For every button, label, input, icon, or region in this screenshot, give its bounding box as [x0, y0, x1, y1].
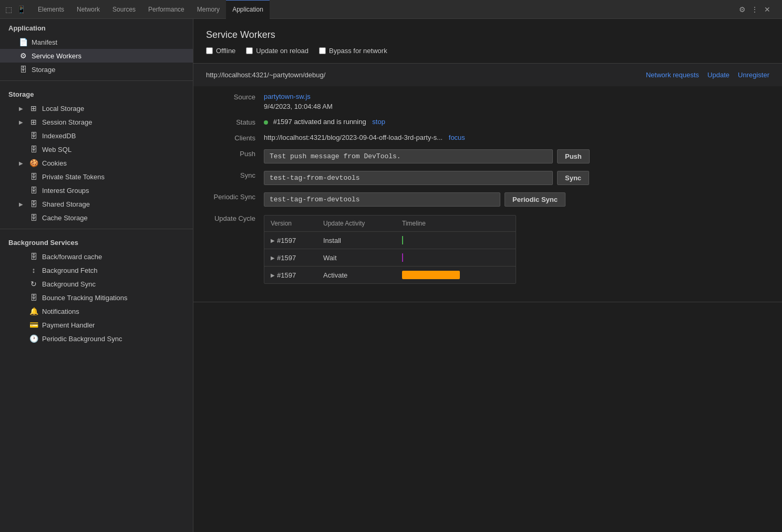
bg-sync-icon: ↻: [29, 280, 38, 288]
timeline-col-header: Timeline: [402, 220, 509, 227]
sidebar-label-private-state-tokens: Private State Tokens: [42, 173, 105, 181]
periodic-sync-input-row: Periodic Sync: [264, 192, 769, 207]
sidebar-item-bounce-tracking[interactable]: 🗄 Bounce Tracking Mitigations: [0, 291, 193, 304]
bypass-for-network-checkbox-label[interactable]: Bypass for network: [319, 47, 387, 55]
bypass-for-network-checkbox[interactable]: [319, 47, 326, 54]
sidebar-label-storage: Storage: [32, 66, 56, 74]
sidebar-item-manifest[interactable]: 📄 Manifest: [0, 35, 193, 49]
install-version-cell: ▶ #1597: [271, 237, 323, 244]
sidebar-item-cookies[interactable]: ▶ 🍪 Cookies: [0, 156, 193, 170]
clients-row: Clients http://localhost:4321/blog/2023-…: [206, 134, 769, 142]
sidebar-item-back-forward-cache[interactable]: 🗄 Back/forward cache: [0, 250, 193, 263]
cookies-arrow: ▶: [19, 160, 25, 166]
sidebar-item-web-sql[interactable]: 🗄 Web SQL: [0, 142, 193, 156]
focus-link[interactable]: focus: [449, 134, 465, 141]
tab-memory[interactable]: Memory: [191, 0, 226, 19]
network-requests-link[interactable]: Network requests: [646, 71, 699, 79]
tab-elements[interactable]: Elements: [32, 0, 70, 19]
divider-1: [0, 80, 193, 81]
sidebar-item-shared-storage[interactable]: ▶ 🗄 Shared Storage: [0, 197, 193, 211]
cache-storage-icon: 🗄: [29, 213, 38, 222]
shared-storage-icon: 🗄: [29, 200, 38, 208]
sync-input[interactable]: [264, 171, 553, 185]
session-storage-icon: ⊞: [29, 118, 38, 126]
sidebar-item-interest-groups[interactable]: 🗄 Interest Groups: [0, 183, 193, 197]
periodic-sync-input[interactable]: [264, 192, 500, 207]
update-link[interactable]: Update: [707, 71, 729, 79]
sidebar-label-background-sync: Background Sync: [42, 280, 96, 288]
sidebar-item-private-state-tokens[interactable]: 🗄 Private State Tokens: [0, 170, 193, 183]
interest-groups-icon: 🗄: [29, 186, 38, 195]
sidebar-label-shared-storage: Shared Storage: [42, 200, 90, 208]
tab-network[interactable]: Network: [70, 0, 106, 19]
tab-performance[interactable]: Performance: [142, 0, 191, 19]
sidebar-label-service-workers: Service Workers: [32, 52, 81, 60]
tab-sources[interactable]: Sources: [106, 0, 142, 19]
bounce-icon: 🗄: [29, 293, 38, 302]
sidebar-label-periodic-background-sync: Periodic Background Sync: [42, 335, 122, 343]
settings-icon[interactable]: ⚙: [738, 5, 746, 14]
device-icon[interactable]: 📱: [17, 5, 25, 14]
offline-label-text: Offline: [216, 47, 235, 55]
install-timeline-bar: [402, 236, 403, 244]
offline-checkbox-label[interactable]: Offline: [206, 47, 235, 55]
sidebar-item-storage[interactable]: 🗄 Storage: [0, 63, 193, 76]
shared-storage-arrow: ▶: [19, 201, 25, 207]
update-on-reload-checkbox[interactable]: [246, 47, 253, 54]
tab-application[interactable]: Application: [226, 0, 270, 19]
content-area: Service Workers Offline Update on reload…: [193, 19, 782, 532]
sidebar-item-local-storage[interactable]: ▶ ⊞ Local Storage: [0, 101, 193, 115]
update-on-reload-checkbox-label[interactable]: Update on reload: [246, 47, 308, 55]
sidebar-item-background-fetch[interactable]: ↕ Background Fetch: [0, 263, 193, 277]
periodic-sync-button[interactable]: Periodic Sync: [505, 192, 565, 207]
sidebar-item-notifications[interactable]: 🔔 Notifications: [0, 304, 193, 318]
status-text: #1597 activated and is running: [273, 118, 366, 126]
activate-arrow[interactable]: ▶: [271, 272, 275, 278]
wait-version-cell: ▶ #1597: [271, 254, 323, 262]
status-label: Status: [206, 118, 264, 126]
notifications-icon: 🔔: [29, 307, 38, 315]
sidebar-item-background-sync[interactable]: ↻ Background Sync: [0, 277, 193, 291]
toolbar-icons: ⬚ 📱: [4, 5, 25, 14]
push-value: Push: [264, 149, 769, 163]
push-input[interactable]: [264, 149, 553, 163]
wait-arrow[interactable]: ▶: [271, 255, 275, 261]
sidebar-section-storage: Storage: [0, 85, 193, 101]
sidebar: Application 📄 Manifest ⚙ Service Workers…: [0, 19, 193, 532]
push-button[interactable]: Push: [557, 149, 590, 163]
sidebar-item-periodic-background-sync[interactable]: 🕐 Periodic Background Sync: [0, 332, 193, 345]
offline-checkbox[interactable]: [206, 47, 213, 54]
sidebar-item-service-workers[interactable]: ⚙ Service Workers: [0, 49, 193, 63]
close-icon[interactable]: ✕: [763, 5, 771, 14]
sidebar-label-notifications: Notifications: [42, 308, 79, 315]
sync-value: Sync: [264, 171, 769, 185]
install-arrow[interactable]: ▶: [271, 238, 275, 243]
payment-icon: 💳: [29, 321, 38, 329]
unregister-link[interactable]: Unregister: [738, 71, 769, 79]
source-file-link[interactable]: partytown-sw.js: [264, 93, 311, 100]
indexeddb-icon: 🗄: [29, 131, 38, 140]
install-timeline: [402, 236, 509, 244]
update-on-reload-label-text: Update on reload: [256, 47, 308, 55]
cookies-icon: 🍪: [29, 159, 38, 167]
more-icon[interactable]: ⋮: [750, 5, 759, 14]
activate-activity: Activate: [323, 271, 402, 279]
inspect-icon[interactable]: ⬚: [4, 5, 13, 14]
stop-link[interactable]: stop: [372, 118, 385, 126]
sync-button[interactable]: Sync: [557, 171, 589, 185]
sidebar-label-web-sql: Web SQL: [42, 146, 71, 154]
sw-actions: Network requests Update Unregister: [646, 71, 769, 79]
tab-bar: ⬚ 📱 Elements Network Sources Performance…: [0, 0, 782, 19]
periodic-sync-value: Periodic Sync: [264, 192, 769, 207]
sidebar-item-payment-handler[interactable]: 💳 Payment Handler: [0, 318, 193, 332]
sidebar-item-indexeddb[interactable]: 🗄 IndexedDB: [0, 129, 193, 142]
source-row: Source partytown-sw.js 9/4/2023, 10:04:4…: [206, 93, 769, 110]
push-row: Push Push: [206, 149, 769, 163]
source-value: partytown-sw.js 9/4/2023, 10:04:48 AM: [264, 93, 769, 110]
sidebar-item-cache-storage[interactable]: 🗄 Cache Storage: [0, 211, 193, 224]
status-value: #1597 activated and is running stop: [264, 118, 769, 126]
sidebar-item-session-storage[interactable]: ▶ ⊞ Session Storage: [0, 115, 193, 129]
sidebar-label-manifest: Manifest: [32, 38, 57, 46]
update-cycle-activate-row: ▶ #1597 Activate: [264, 267, 516, 283]
sidebar-label-indexeddb: IndexedDB: [42, 132, 76, 140]
